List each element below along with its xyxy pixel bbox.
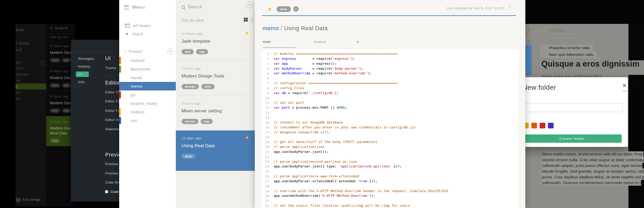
tag-pill[interactable]: design [182, 84, 199, 89]
settings-nav-info[interactable]: Info [78, 78, 106, 86]
line-number: 2 [261, 56, 272, 61]
color-swatch[interactable] [540, 123, 545, 128]
tag-pill[interactable]: tag [201, 119, 213, 124]
new-note-button[interactable]: + [246, 2, 253, 8]
color-swatch[interactable] [531, 123, 537, 128]
note-list-item[interactable]: 3 hours agoMean server settingservertag [176, 96, 255, 131]
sidebar-folder-Boostnote[interactable]: Boostnote [119, 65, 176, 73]
code-text: // configuration =======================… [272, 81, 398, 86]
list-view-icon[interactable] [250, 18, 254, 21]
tag-pill[interactable]: data [182, 154, 195, 159]
code-line: 18 [261, 135, 519, 140]
project-section-toggle[interactable]: ▾ Project [125, 49, 143, 54]
tag-pill[interactable]: server [182, 119, 198, 124]
settings-checkbox-item[interactable]: Code B [105, 187, 119, 197]
note-menu-kebab-icon[interactable]: ⋮ [507, 5, 512, 10]
add-folder-button[interactable]: + [167, 48, 173, 54]
settings-content: UIThemeEditorEditor ThEditor FoEditor Fo… [105, 53, 119, 197]
menu-button[interactable]: Menu [124, 5, 145, 10]
settings-item[interactable]: Code Blo [105, 178, 119, 187]
settings-nav-hotkey[interactable]: Hotkey [78, 62, 106, 70]
line-number: 12 [261, 105, 272, 110]
folder-color-strip [119, 91, 121, 98]
sidebar-item-all-notes[interactable]: All Notes [125, 23, 151, 28]
dark-folder-item: sql [16, 77, 46, 83]
code-text: var app = express(); [272, 61, 337, 66]
tag-pill[interactable]: wip [182, 49, 194, 54]
code-editor[interactable]: 1// modules ============================… [261, 49, 519, 208]
tab-main[interactable]: main [263, 40, 296, 48]
note-list-item[interactable]: an hours ago★Jade templatewiptag [176, 26, 255, 61]
settings-item[interactable]: Preview F [105, 159, 119, 169]
grid-view-icon[interactable] [244, 18, 248, 22]
settings-nav-ui[interactable]: UI [78, 70, 106, 78]
add-tab-button[interactable]: + [356, 39, 359, 44]
settings-item[interactable]: Preview F [105, 169, 119, 178]
add-tag-button[interactable]: + [293, 6, 299, 12]
line-number: 23 [261, 159, 272, 164]
settings-section-heading: UI [105, 53, 119, 63]
sidebar-folder-Default[interactable]: Default [119, 56, 176, 65]
settings-nav-storages[interactable]: Storages [78, 55, 106, 62]
settings-item[interactable]: Editor Fo [105, 97, 119, 106]
code-line: 6 [261, 76, 519, 81]
sort-by-label[interactable]: Sort by date [182, 18, 204, 22]
folder-color-strip [119, 66, 121, 73]
sidebar-folder-laravel_study[interactable]: laravel_study [119, 99, 176, 108]
star-icon[interactable]: ★ [245, 30, 249, 36]
note-star-icon[interactable]: ★ [267, 6, 272, 12]
note-list-item[interactable]: 12 days ago★Using Real Datadata [176, 131, 255, 171]
code-line: 26// parse application/x-www-form-urlenc… [261, 174, 519, 179]
note-title: Modern Design Tools [182, 74, 249, 79]
star-icon[interactable]: ★ [245, 135, 249, 140]
tag-pill[interactable]: tag [196, 49, 208, 54]
sidebar-folder-mysql[interactable]: mysql [119, 73, 176, 82]
settings-item[interactable]: Editor Fo [105, 106, 119, 115]
line-number: 13 [261, 110, 272, 115]
code-text: var port = process.env.PORT || 8080; [272, 105, 347, 110]
dark-folder-item: ers [16, 96, 46, 102]
sidebar-folder-git[interactable]: git [119, 90, 176, 99]
search-input[interactable]: Search [182, 5, 203, 9]
note-tag-pill[interactable]: data [277, 6, 291, 12]
note-list-item[interactable]: 2 hours agoModern Design Toolsdesigntool [176, 61, 255, 96]
code-line: 12var port = process.env.PORT || 8080; [261, 105, 519, 110]
dark-search-row: ⚲Search [50, 26, 68, 30]
sidebar-folder-nodeJs[interactable]: nodeJs [119, 108, 176, 116]
sidebar-item-starred[interactable]: ★ Stard [125, 32, 143, 36]
code-text: var methodOverride = require('method-ove… [272, 71, 371, 76]
right-black-column [628, 75, 644, 208]
line-number: 7 [261, 81, 272, 86]
settings-item[interactable]: Switching [105, 125, 119, 134]
breadcrumb-folder[interactable]: memo [263, 25, 279, 31]
settings-item[interactable]: Editor Inc [105, 115, 119, 125]
sidebar-folder-memo[interactable]: memo [119, 82, 176, 90]
checkbox-icon [542, 53, 546, 57]
folder-name-input[interactable] [522, 103, 623, 112]
document-paragraph: libero mattis metus, id elementum velit … [541, 151, 640, 186]
sidebar-folder-css[interactable]: css [119, 116, 176, 125]
selected-note-sliver [525, 45, 532, 75]
settings-item[interactable]: Editor Th [105, 88, 119, 97]
settings-section-heading: Editor [105, 78, 119, 88]
code-text: // parse application/json [272, 145, 325, 150]
tag-pill: wip [50, 139, 60, 143]
tag-pill[interactable]: tool [201, 84, 214, 89]
close-icon[interactable]: ✕ [622, 82, 627, 89]
new-folder-dialog: New folder ✕ esc Create folder [516, 77, 628, 147]
line-number: 27 [261, 179, 272, 184]
notes-icon [125, 24, 130, 28]
settings-nav-label: Hotkey [78, 64, 90, 68]
create-folder-button[interactable]: Create folder [522, 134, 622, 143]
code-text: // get all data/stuff of the body (POST)… [272, 140, 377, 145]
document-heading: Quisque a eros dignissim [541, 59, 639, 69]
code-line: 15// connect to our mongoDB database [261, 120, 519, 125]
settings-item[interactable]: Theme [105, 63, 119, 73]
color-swatch[interactable] [548, 123, 554, 128]
note-tags: servertag [182, 119, 249, 124]
last-updated-label: Last updated at Jan.9, 2017 12:00 [447, 6, 504, 10]
tab-module[interactable]: module [314, 40, 339, 44]
code-line: 24app.use(bodyParser.json({ type: 'appli… [261, 164, 519, 169]
line-number: 31 [261, 198, 272, 203]
code-text: // override with the X-HTTP-Method-Overr… [272, 189, 448, 194]
